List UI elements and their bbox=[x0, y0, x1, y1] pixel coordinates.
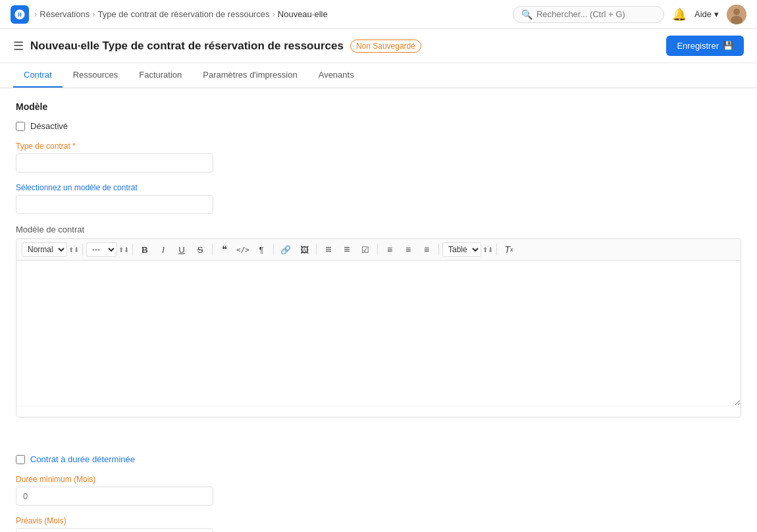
preavis-group: Préavis (Mois) bbox=[16, 516, 741, 532]
editor-toolbar: Normal Titre 1 Titre 2 Titre 3 ⬆⬇ --- · … bbox=[16, 239, 741, 261]
editor-wrapper: Normal Titre 1 Titre 2 Titre 3 ⬆⬇ --- · … bbox=[16, 238, 741, 417]
desactive-row: Désactivé bbox=[16, 121, 741, 131]
ordered-list-button[interactable]: ≡ bbox=[320, 242, 337, 257]
modele-contrat-section: Modèle de contrat Normal Titre 1 Titre 2… bbox=[16, 225, 741, 417]
breadcrumb-arrow-3: › bbox=[272, 9, 274, 19]
align-center-button[interactable]: ≡ bbox=[400, 242, 417, 257]
heading-select[interactable]: Normal Titre 1 Titre 2 Titre 3 bbox=[22, 242, 67, 257]
link-button[interactable]: 🔗 bbox=[277, 242, 294, 257]
tab-contrat[interactable]: Contrat bbox=[13, 63, 63, 88]
duree-min-group: Durée minimum (Mois) bbox=[16, 475, 741, 506]
toolbar-chevron-1: ⬆⬇ bbox=[68, 246, 79, 253]
paragraph-button[interactable]: ¶ bbox=[253, 242, 270, 257]
separator-select[interactable]: --- · · · bbox=[86, 242, 117, 257]
unordered-list-button[interactable]: ≡ bbox=[338, 242, 355, 257]
type-contrat-label: Type de contrat * bbox=[16, 142, 741, 151]
duree-determinee-checkbox[interactable] bbox=[16, 455, 25, 464]
toolbar-sep-7 bbox=[438, 244, 439, 255]
unsaved-badge: Non Sauvegardé bbox=[350, 40, 421, 53]
avatar[interactable] bbox=[727, 5, 746, 24]
resize-handle[interactable] bbox=[16, 406, 741, 417]
align-left-button[interactable]: ≡ bbox=[381, 242, 398, 257]
bottom-section: Contrat à durée déterminée Durée minimum… bbox=[0, 444, 757, 532]
breadcrumb-current: Nouveau·elle bbox=[278, 9, 328, 19]
select-modele-label[interactable]: Sélectionnez un modèle de contrat bbox=[16, 183, 741, 192]
breadcrumb-reservations[interactable]: Réservations bbox=[39, 9, 90, 19]
desactive-label[interactable]: Désactivé bbox=[30, 121, 68, 131]
tab-avenants[interactable]: Avenants bbox=[308, 63, 365, 88]
chevron-down-icon: ▾ bbox=[714, 9, 719, 19]
bell-icon[interactable]: 🔔 bbox=[672, 7, 687, 22]
modele-contrat-label: Modèle de contrat bbox=[16, 225, 741, 234]
type-contrat-input[interactable] bbox=[16, 153, 213, 173]
check-list-button[interactable]: ☑ bbox=[357, 242, 374, 257]
page-title: Nouveau·elle Type de contrat de réservat… bbox=[30, 40, 344, 53]
toolbar-sep-5 bbox=[316, 244, 317, 255]
editor-body[interactable] bbox=[16, 261, 741, 406]
select-modele-group: Sélectionnez un modèle de contrat bbox=[16, 183, 741, 214]
app-logo[interactable] bbox=[11, 5, 29, 24]
page-header-left: ☰ Nouveau·elle Type de contrat de réserv… bbox=[13, 39, 421, 53]
save-button[interactable]: Enregistrer 💾 bbox=[666, 36, 744, 56]
tab-ressources[interactable]: Ressources bbox=[63, 63, 129, 88]
page-header: ☰ Nouveau·elle Type de contrat de réserv… bbox=[0, 29, 757, 63]
blockquote-button[interactable]: ❝ bbox=[216, 242, 233, 257]
clear-format-button[interactable]: Tx bbox=[500, 242, 517, 257]
tabs-bar: Contrat Ressources Facturation Paramètre… bbox=[0, 63, 757, 88]
top-nav: › Réservations › Type de contrat de rése… bbox=[0, 0, 757, 29]
toolbar-sep-1 bbox=[82, 244, 83, 255]
tab-facturation[interactable]: Facturation bbox=[128, 63, 192, 88]
table-select[interactable]: Table bbox=[442, 242, 481, 257]
breadcrumb-contract-types[interactable]: Type de contrat de réservation de ressou… bbox=[98, 9, 270, 19]
toolbar-chevron-2: ⬆⬇ bbox=[118, 246, 129, 253]
breadcrumb-arrow-2: › bbox=[92, 9, 95, 19]
toolbar-sep-2 bbox=[132, 244, 133, 255]
underline-button[interactable]: U bbox=[173, 242, 190, 257]
save-icon: 💾 bbox=[723, 41, 733, 51]
tab-parametres[interactable]: Paramètres d'impression bbox=[192, 63, 307, 88]
duree-determinee-label[interactable]: Contrat à durée déterminée bbox=[30, 454, 135, 464]
type-contrat-group: Type de contrat * bbox=[16, 142, 741, 173]
bold-button[interactable]: B bbox=[136, 242, 153, 257]
search-box[interactable]: 🔍 bbox=[513, 6, 664, 23]
breadcrumb-arrow-1: › bbox=[34, 9, 37, 19]
toolbar-chevron-3: ⬆⬇ bbox=[483, 246, 493, 253]
search-input[interactable] bbox=[536, 9, 656, 19]
preavis-input[interactable] bbox=[16, 528, 213, 532]
toolbar-sep-6 bbox=[377, 244, 378, 255]
select-modele-input[interactable] bbox=[16, 195, 213, 214]
code-button[interactable]: </> bbox=[234, 242, 251, 257]
duree-min-input[interactable] bbox=[16, 487, 213, 506]
toolbar-sep-3 bbox=[212, 244, 213, 255]
svg-point-1 bbox=[733, 9, 740, 15]
duree-min-label: Durée minimum (Mois) bbox=[16, 475, 741, 484]
hamburger-menu[interactable]: ☰ bbox=[13, 39, 24, 53]
duree-determinee-row: Contrat à durée déterminée bbox=[16, 444, 741, 464]
help-button[interactable]: Aide ▾ bbox=[694, 9, 719, 19]
breadcrumb: › Réservations › Type de contrat de rése… bbox=[34, 9, 328, 19]
align-right-button[interactable]: ≡ bbox=[418, 242, 435, 257]
toolbar-sep-4 bbox=[273, 244, 274, 255]
image-button[interactable]: 🖼 bbox=[296, 242, 313, 257]
search-icon: 🔍 bbox=[521, 9, 533, 20]
desactive-checkbox[interactable] bbox=[16, 122, 25, 131]
toolbar-sep-8 bbox=[496, 244, 497, 255]
nav-left: › Réservations › Type de contrat de rése… bbox=[11, 5, 328, 24]
preavis-label: Préavis (Mois) bbox=[16, 516, 741, 525]
nav-right: 🔍 🔔 Aide ▾ bbox=[513, 5, 746, 24]
section-modele-title: Modèle bbox=[16, 101, 741, 112]
italic-button[interactable]: I bbox=[155, 242, 172, 257]
strike-button[interactable]: S bbox=[192, 242, 209, 257]
main-content: Modèle Désactivé Type de contrat * Sélec… bbox=[0, 88, 757, 444]
